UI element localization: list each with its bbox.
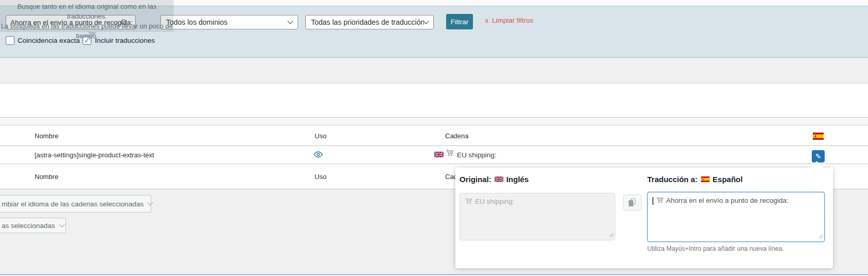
shift-enter-hint: Utiliza Mayús+Intro para añadir una nuev… — [647, 245, 784, 252]
original-text: EU shipping: — [475, 198, 515, 205]
original-label: Original: — [460, 175, 492, 184]
string-value: EU shipping: — [457, 151, 497, 159]
clear-x-icon: x — [485, 17, 488, 24]
selected-strings-label: as seleccionadas — [2, 222, 55, 230]
copy-original-button[interactable] — [623, 194, 642, 210]
table-header-row: Nombre Uso Cadena — [0, 125, 868, 146]
cart-context-icon — [656, 197, 664, 205]
priority-select-value: Todas las prioridades de traducción — [311, 18, 424, 26]
edit-translation-button[interactable]: ✎ — [812, 150, 825, 163]
chevron-down-icon — [423, 18, 429, 24]
clear-filters-link[interactable]: x Limpiar filtros — [485, 17, 533, 24]
col-header-usage: Uso — [315, 132, 326, 140]
pencil-icon: ✎ — [815, 152, 822, 160]
clear-filters-label: Limpiar filtros — [492, 17, 533, 24]
original-textarea: EU shipping: — [460, 193, 615, 240]
tablenav-strip — [0, 118, 868, 125]
filter-button[interactable]: Filtrar — [446, 14, 473, 29]
chevron-down-icon — [148, 200, 153, 205]
text-caret — [652, 197, 653, 205]
spacer-band — [0, 58, 868, 84]
resize-grip-icon[interactable] — [609, 231, 614, 239]
chevron-down-icon — [287, 18, 293, 24]
col-footer-usage: Uso — [315, 173, 326, 181]
string-name: [astra-settings]single-product-extras-te… — [35, 151, 154, 159]
search-input[interactable] — [6, 15, 135, 29]
exact-match-label: Coincidencia exacta — [18, 37, 80, 44]
original-language: Inglés — [506, 175, 529, 184]
include-translations-label: Incluir traducciones — [95, 37, 155, 44]
exact-match-checkbox[interactable] — [6, 36, 14, 45]
selected-strings-dropdown[interactable]: as seleccionadas — [0, 218, 66, 233]
change-language-label: mbiar el idioma de las cadenas seleccion… — [2, 200, 143, 208]
top-band — [0, 0, 868, 6]
translation-label: Traducción a: — [647, 175, 698, 184]
translation-popup: Original: Inglés Traducción a: Español E… — [455, 168, 833, 268]
include-translations-checkbox[interactable]: ✓ — [83, 36, 91, 45]
resize-grip-icon[interactable] — [818, 233, 823, 240]
cart-context-icon — [446, 149, 454, 158]
col-header-name: Nombre — [35, 132, 58, 140]
translation-language: Español — [713, 175, 743, 184]
priority-select[interactable]: Todas las prioridades de traducción — [305, 15, 434, 29]
notice-block: desea traducir? Agregue más cadenas para… — [0, 84, 868, 118]
uk-flag-icon — [495, 175, 503, 184]
translation-value: Ahorra en el envío a punto de recogida: — [666, 197, 789, 204]
translation-heading: Traducción a: Español — [647, 175, 743, 184]
col-footer-name: Nombre — [35, 173, 58, 181]
chevron-down-icon — [59, 221, 64, 227]
domain-select-value: Todos los dominios — [166, 18, 288, 26]
search-input-wrap — [6, 15, 136, 29]
col-header-string: Cadena — [445, 132, 469, 140]
translation-textarea[interactable]: Ahorra en el envío a punto de recogida: — [647, 192, 825, 242]
original-heading: Original: Inglés — [460, 175, 529, 184]
spain-flag-icon — [813, 133, 824, 142]
change-language-dropdown[interactable]: mbiar el idioma de las cadenas seleccion… — [0, 195, 151, 213]
filter-panel — [0, 6, 868, 58]
spain-flag-icon — [701, 175, 710, 184]
string-translation-page: Todos los dominios Todas las prioridades… — [0, 0, 868, 276]
uk-flag-icon — [434, 150, 444, 159]
check-icon: ✓ — [84, 37, 90, 44]
cart-context-icon — [465, 198, 472, 206]
domain-select[interactable]: Todos los dominios — [160, 15, 298, 29]
copy-icon — [629, 199, 635, 206]
usage-eye-icon[interactable] — [314, 151, 323, 159]
